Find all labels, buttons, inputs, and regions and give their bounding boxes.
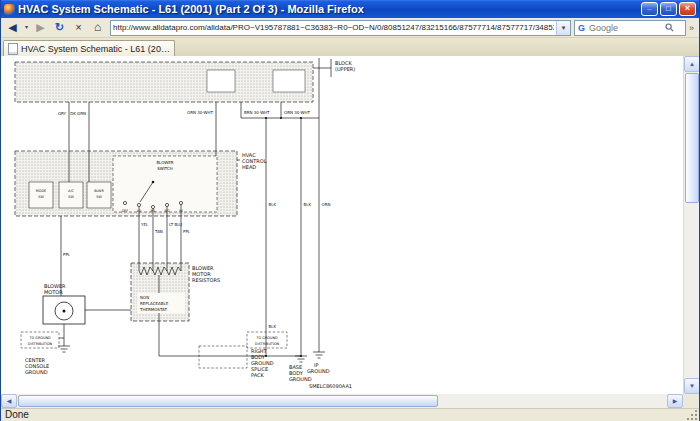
navigation-toolbar: ◀ ▾ ▶ ↻ × ⌂ ▾ G » (1, 18, 699, 38)
head-box-label: SW (68, 195, 74, 199)
tab-bar: HVAC System Schematic - L61 (2001... (1, 38, 699, 56)
window-controls: _ □ × (641, 2, 696, 16)
window-title: HVAC System Schematic - L61 (2001) (Part… (18, 3, 638, 15)
wire-label: BRN 30-WHT (244, 110, 270, 115)
wire-label: PPL (63, 252, 71, 257)
browser-window: HVAC System Schematic - L61 (2001) (Part… (0, 0, 700, 421)
tab-label: HVAC System Schematic - L61 (2001... (21, 44, 170, 54)
wire-label: PPL (183, 229, 191, 234)
home-button[interactable]: ⌂ (88, 19, 107, 36)
label-fuse-block-2: (UPPER) (335, 66, 355, 72)
switch-pos-label: HI (179, 209, 183, 213)
url-dropdown-button[interactable]: ▾ (556, 21, 570, 35)
minimize-button[interactable]: _ (641, 2, 658, 16)
switch-pos-label: M1 (150, 209, 155, 213)
toolbar-overflow-button[interactable]: » (686, 23, 697, 33)
head-box-label: A/C (68, 189, 74, 193)
resize-grip[interactable] (686, 409, 698, 421)
fuse-block-region (15, 62, 313, 102)
wire-label: LT BLU (169, 222, 182, 227)
search-input[interactable] (587, 22, 663, 34)
vertical-scroll-thumb[interactable] (685, 73, 699, 203)
label-gnd-dist: TO GROUND (255, 336, 277, 340)
status-bar: Done (1, 408, 699, 421)
label-base-ground-3: GROUND (289, 376, 312, 382)
label-blower-switch-1: BLOWER (156, 160, 173, 165)
label-blower-switch-2: SWITCH (157, 166, 173, 171)
wire-label: ORN 30-WHT (284, 110, 311, 115)
label-splice-pack-5: PACK (251, 372, 265, 378)
content-area: BLOCK (UPPER) GRY DK GRN ORN 30-WHT BRN … (1, 56, 699, 394)
wire-label: TAN (154, 229, 163, 234)
scroll-right-button[interactable]: ▶ (667, 394, 683, 408)
head-box-label: MODE (36, 189, 46, 193)
label-thermostat-1: NON (140, 295, 149, 300)
page-favicon-icon (8, 43, 18, 55)
search-engine-icon: G (578, 23, 585, 33)
label-gnd-dist: DISTRIBUTION (255, 342, 280, 346)
tab-hvac-schematic[interactable]: HVAC System Schematic - L61 (2001... (3, 40, 175, 56)
scroll-left-button[interactable]: ◀ (1, 394, 17, 408)
wire-label: ORN 30-WHT (187, 110, 214, 115)
wire-label: BLK (269, 202, 277, 207)
wire-label: YEL (140, 222, 149, 227)
ground-distribution-right-box (247, 332, 287, 348)
label-gnd-dist: DISTRIBUTION (28, 342, 53, 346)
ground-distribution-left-box (21, 332, 59, 348)
reload-button[interactable]: ↻ (50, 19, 69, 36)
back-button[interactable]: ◀ (3, 19, 22, 36)
url-bar: ▾ (110, 20, 571, 36)
maximize-button[interactable]: □ (660, 2, 677, 16)
title-bar: HVAC System Schematic - L61 (2001) (Part… (1, 0, 699, 18)
back-history-dropdown-icon[interactable]: ▾ (22, 19, 31, 36)
schematic-canvas: BLOCK (UPPER) GRY DK GRN ORN 30-WHT BRN … (1, 56, 683, 394)
wire-label: ORN (322, 202, 331, 207)
switch-pos-label: OFF (122, 209, 129, 213)
head-box-label: SW (38, 195, 44, 199)
search-icon[interactable] (665, 23, 674, 32)
vertical-scrollbar[interactable]: ▲ ▼ (683, 56, 699, 394)
firefox-icon (4, 4, 15, 15)
scroll-down-button[interactable]: ▼ (684, 378, 699, 394)
wire-label: DK GRN (70, 111, 86, 116)
fuse-element-box (273, 70, 305, 92)
ground-symbol (313, 352, 325, 358)
label-blower-motor-2: MOTOR (44, 289, 63, 295)
schematic-doc-id: SMELC86090AA1 (309, 383, 352, 389)
horizontal-scroll-thumb[interactable] (18, 395, 438, 407)
wire-label: GRY (58, 111, 67, 116)
horizontal-scrollbar[interactable]: ◀ ▶ (1, 394, 699, 408)
scrollbar-corner (683, 394, 699, 408)
label-hvac-head-3: HEAD (242, 164, 256, 170)
splice-pack-box (199, 346, 247, 368)
status-text: Done (5, 409, 29, 420)
close-button[interactable]: × (679, 2, 696, 16)
label-center-ground-3: GROUND (25, 369, 48, 375)
label-thermostat-2: REPLACEABLE (140, 301, 169, 306)
label-gnd-dist: TO GROUND (28, 336, 50, 340)
search-box: G (574, 20, 686, 36)
fuse-element-box (207, 70, 235, 92)
junction-dots (265, 117, 302, 357)
stop-button[interactable]: × (69, 19, 88, 36)
head-box-label: SW (96, 195, 102, 199)
scroll-up-button[interactable]: ▲ (684, 56, 699, 72)
switch-pos-label: LO (137, 209, 142, 213)
forward-button[interactable]: ▶ (31, 19, 50, 36)
label-resistors-3: RESISTORS (192, 277, 220, 283)
switch-pos-label: M2 (164, 209, 169, 213)
url-input[interactable] (111, 23, 556, 32)
label-ip-ground-2: GROUND (307, 368, 330, 374)
ground-symbol (58, 346, 70, 352)
wire-label: BLK (304, 202, 312, 207)
head-box-label: BLWR (94, 189, 104, 193)
wire-label: BLK (269, 324, 277, 329)
label-thermostat-3: THERMOSTAT (139, 307, 167, 312)
